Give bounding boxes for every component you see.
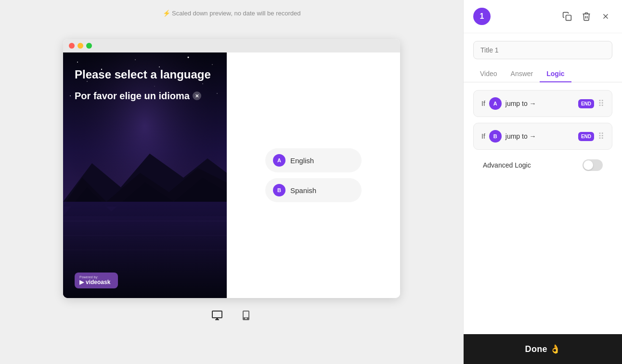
svg-rect-24	[566, 15, 571, 21]
logic-if-b: If	[481, 132, 485, 140]
preview-controls	[207, 306, 256, 325]
option-label-b: Spanish	[290, 186, 316, 195]
logic-rule-a-left: If A jump to →	[481, 97, 536, 110]
mobile-view-button[interactable]	[236, 306, 256, 325]
video-subtitle: Por favor elige un idioma ✕	[75, 90, 215, 102]
advanced-logic-toggle[interactable]	[583, 159, 603, 171]
preview-area: ⚡ Scaled down preview, no date will be r…	[0, 0, 463, 364]
advanced-logic-label: Advanced Logic	[483, 161, 531, 169]
logic-jump-b: jump to →	[505, 132, 536, 140]
svg-point-7	[212, 64, 213, 65]
svg-point-16	[217, 93, 218, 94]
svg-point-4	[135, 59, 136, 60]
copy-button[interactable]	[560, 10, 574, 23]
video-text: Please select a language Por favor elige…	[75, 67, 215, 102]
browser-toolbar	[63, 39, 400, 52]
powered-by-label: Powered by:	[79, 275, 98, 279]
right-panel: 1	[463, 0, 622, 364]
desktop-view-button[interactable]	[207, 306, 227, 325]
title-input[interactable]	[473, 41, 612, 59]
drag-handle-b[interactable]: ⠿	[598, 131, 604, 142]
svg-point-2	[77, 62, 78, 63]
logic-content: If A jump to → END ⠿ If B jump to → END …	[464, 82, 622, 334]
logic-answer-badge-a: A	[489, 97, 502, 110]
option-badge-b: B	[273, 184, 285, 196]
done-button[interactable]: Done 👌	[464, 334, 622, 364]
window-dot-yellow	[78, 43, 83, 49]
window-dot-red	[69, 43, 75, 49]
toggle-knob	[583, 160, 593, 170]
videoask-logo: ▶ videoask	[79, 279, 110, 286]
tabs: Video Answer Logic	[464, 66, 622, 82]
drag-handle-a[interactable]: ⠿	[598, 98, 604, 109]
logic-jump-a: jump to →	[505, 100, 536, 107]
browser-content: Please select a language Por favor elige…	[63, 52, 400, 298]
video-side: Please select a language Por favor elige…	[63, 52, 227, 298]
browser-window: Please select a language Por favor elige…	[63, 39, 400, 298]
answer-option-b[interactable]: B Spanish	[265, 178, 362, 202]
logic-rule-a-right: END ⠿	[578, 98, 604, 109]
logic-rule-b-right: END ⠿	[578, 131, 604, 142]
end-badge-b[interactable]: END	[578, 132, 594, 141]
answer-side: A English B Spanish	[227, 52, 400, 298]
tab-answer[interactable]: Answer	[504, 66, 540, 82]
svg-point-13	[70, 95, 71, 96]
logic-rule-b: If B jump to → END ⠿	[473, 123, 612, 150]
step-number: 1	[473, 8, 491, 25]
logic-rule-b-left: If B jump to →	[481, 130, 536, 143]
option-badge-a: A	[273, 154, 285, 167]
svg-point-6	[188, 57, 189, 58]
subtitle-close-icon: ✕	[193, 91, 201, 100]
preview-notice: ⚡ Scaled down preview, no date will be r…	[163, 10, 301, 17]
answer-option-a[interactable]: A English	[265, 148, 362, 172]
end-badge-a[interactable]: END	[578, 99, 594, 108]
window-dot-green	[86, 43, 92, 49]
delete-button[interactable]	[580, 10, 593, 23]
logic-answer-badge-b: B	[489, 130, 502, 143]
option-label-a: English	[290, 156, 314, 165]
powered-by-badge: Powered by: ▶ videoask	[75, 273, 118, 288]
tab-logic[interactable]: Logic	[540, 66, 571, 82]
advanced-logic-row: Advanced Logic	[473, 156, 612, 175]
panel-actions	[560, 10, 612, 23]
close-button[interactable]	[599, 10, 612, 23]
video-title: Please select a language	[75, 67, 215, 82]
logic-rule-a: If A jump to → END ⠿	[473, 90, 612, 117]
logic-if-a: If	[481, 100, 485, 107]
tab-video[interactable]: Video	[473, 66, 504, 82]
panel-header: 1	[464, 0, 622, 33]
